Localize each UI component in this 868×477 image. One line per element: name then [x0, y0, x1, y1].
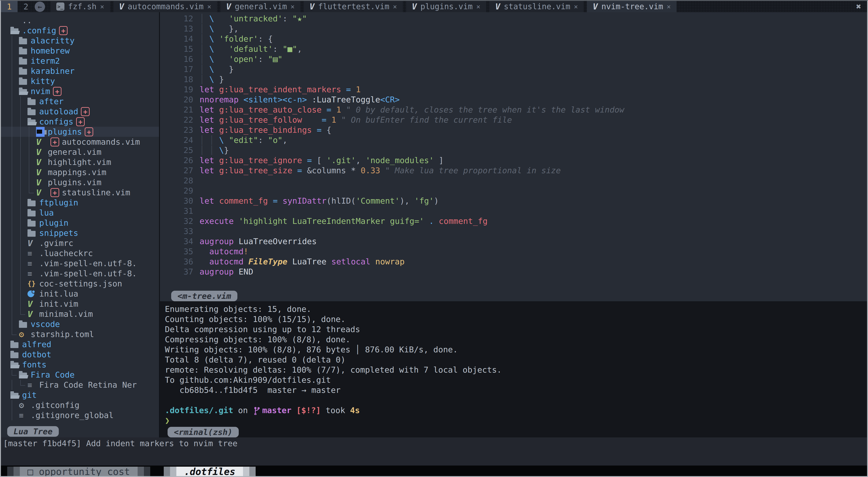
tree-item-plugins[interactable]: plugins+	[1, 127, 159, 137]
tree-item-icon-slot: ⚙	[19, 330, 31, 339]
tab-statusline.vim[interactable]: Vstatusline.vim×	[489, 1, 584, 12]
tree-item-vscode[interactable]: vscode	[1, 319, 159, 329]
tree-item-.gvimrc[interactable]: V.gvimrc	[1, 238, 159, 248]
tree-item-nvim[interactable]: nvim+	[1, 86, 159, 96]
tmux-window-2-indicator[interactable]: 2	[18, 1, 34, 12]
tree-item-after[interactable]: after	[1, 96, 159, 106]
tree-item-dotbot[interactable]: dotbot	[1, 349, 159, 360]
tab-general.vim[interactable]: Vgeneral.vim×	[220, 1, 301, 12]
tree-item-autocommands.vim[interactable]: V+autocommands.vim	[1, 137, 159, 147]
tab-autocommands.vim[interactable]: Vautocommands.vim×	[113, 1, 217, 12]
tree-item-Fira Code[interactable]: Fira Code	[1, 370, 159, 380]
tmux-window--dotfiles[interactable]: .dotfiles	[164, 467, 256, 477]
tree-item-icon-slot: ≡	[19, 411, 31, 420]
tree-item-homebrew[interactable]: homebrew	[1, 46, 159, 56]
tree-item-ftplugin[interactable]: ftplugin	[1, 198, 159, 208]
tree-item-.gitconfig[interactable]: ⚙.gitconfig	[1, 400, 159, 410]
tree-item-.config[interactable]: .config+	[1, 26, 159, 36]
editor-pane[interactable]: 12│ \ 'untracked': "★"13│ \ },14│ \ 'fol…	[160, 12, 867, 301]
tree-item-kitty[interactable]: kitty	[1, 76, 159, 86]
tree-item-init.lua[interactable]: init.lua	[1, 289, 159, 299]
tab-plugins.vim[interactable]: Vplugins.vim×	[406, 1, 486, 12]
tree-item-snippets[interactable]: snippets	[1, 228, 159, 238]
line-number: 36	[160, 257, 199, 267]
tree-item-minimal.vim[interactable]: Vminimal.vim	[1, 309, 159, 319]
terminal-pane[interactable]: Enumerating objects: 15, done.Counting o…	[160, 301, 867, 437]
indent-guide	[19, 299, 28, 309]
tree-item-general.vim[interactable]: Vgeneral.vim	[1, 147, 159, 157]
tree-item-plugins.vim[interactable]: Vplugins.vim	[1, 177, 159, 188]
tree-item-icon-slot	[28, 209, 39, 216]
vim-file-icon: V	[36, 137, 41, 147]
tree-item-autoload[interactable]: autoload+	[1, 106, 159, 116]
tree-item-statusline.vim[interactable]: V+statusline.vim	[1, 188, 159, 198]
close-tab-icon[interactable]: ×	[290, 3, 294, 10]
tree-item-Fira Code Retina Ner[interactable]: ≡Fira Code Retina Ner	[1, 380, 159, 390]
tree-item-.gitignore_global[interactable]: ≡.gitignore_global	[1, 410, 159, 420]
tree-item-lua[interactable]: lua	[1, 208, 159, 218]
tree-item-coc-settings.json[interactable]: {}coc-settings.json	[1, 278, 159, 289]
folder-icon	[10, 342, 19, 348]
back-arrow-icon[interactable]: ←	[35, 2, 45, 12]
tree-item-icon-slot: ≡	[28, 380, 39, 389]
close-tab-icon[interactable]: ×	[666, 3, 671, 10]
folder-open-icon	[10, 393, 19, 399]
close-tab-icon[interactable]: ×	[207, 3, 211, 10]
tab-nvim-tree.vim[interactable]: Vnvim-tree.vim×	[587, 1, 677, 12]
tree-item-git[interactable]: git	[1, 390, 159, 400]
tree-item-.luacheckrc[interactable]: ≡.luacheckrc	[1, 248, 159, 258]
gear-icon: ⚙	[19, 330, 24, 339]
tree-item-label: plugin	[39, 218, 68, 228]
tab-label: fzf.sh	[68, 2, 96, 11]
tree-item-starship.toml[interactable]: ⚙starship.toml	[1, 329, 159, 339]
tree-item-alfred[interactable]: alfred	[1, 339, 159, 349]
close-tab-icon[interactable]: ×	[393, 3, 397, 10]
tree-item-alacritty[interactable]: alacritty	[1, 36, 159, 46]
tree-item-mappings.vim[interactable]: Vmappings.vim	[1, 167, 159, 177]
folder-icon	[10, 352, 19, 358]
tab-fzf.sh[interactable]: >_fzf.sh×	[51, 1, 110, 12]
indent-guide	[10, 268, 19, 278]
tree-item-highlight.vim[interactable]: Vhighlight.vim	[1, 157, 159, 167]
code-tokens: nnoremap <silent><c-n> :LuaTreeToggle<CR…	[199, 95, 400, 105]
tree-item-label: after	[39, 97, 63, 106]
line-number: 35	[160, 247, 199, 257]
line-number: 23	[160, 125, 199, 135]
tree-item-plugin[interactable]: plugin	[1, 218, 159, 228]
indent-guide	[10, 319, 19, 329]
close-tab-icon[interactable]: ×	[476, 3, 480, 10]
tree-item-..[interactable]: ..	[1, 15, 159, 26]
code-line-29: 29	[160, 186, 867, 196]
tree-item-label: Fira Code	[31, 370, 74, 379]
code-line-16: 16│ \ 'open': "▤"	[160, 55, 867, 65]
tree-item-configs[interactable]: configs+	[1, 116, 159, 127]
code-line-15: 15│ \ 'default': "■",	[160, 44, 867, 55]
indent-guide	[10, 410, 19, 420]
tmux-window--opportunity_cost[interactable]: □ opportunity_cost	[7, 467, 150, 477]
tree-item-iterm2[interactable]: iterm2	[1, 56, 159, 66]
indent-guide	[10, 188, 19, 198]
folder-icon	[28, 231, 36, 237]
tree-item-icon-slot: V	[28, 299, 39, 309]
close-tab-icon[interactable]: ×	[574, 3, 578, 10]
tree-item-karabiner[interactable]: karabiner	[1, 66, 159, 76]
tree-item-icon-slot	[19, 371, 31, 378]
indent-guide	[10, 36, 19, 46]
code-tokens: augroup END	[199, 267, 253, 277]
tmux-window-1-indicator[interactable]: 1	[1, 1, 18, 12]
tree-item-.vim-spell-en.utf-8.[interactable]: ≡.vim-spell-en.utf-8.	[1, 258, 159, 268]
close-tab-icon[interactable]: ×	[100, 3, 104, 10]
close-all-icon[interactable]: ✖	[856, 1, 867, 12]
tree-item-.vim-spell-en.utf-8.[interactable]: ≡.vim-spell-en.utf-8.	[1, 268, 159, 278]
tree-item-init.vim[interactable]: Vinit.vim	[1, 299, 159, 309]
tree-item-icon-slot: V	[28, 309, 39, 319]
indent-guide	[10, 116, 19, 127]
folder-icon	[19, 48, 27, 55]
tree-item-fonts[interactable]: fonts	[1, 360, 159, 370]
tree-item-icon-slot	[10, 351, 22, 358]
indent-guide	[10, 96, 19, 106]
indent-guide	[10, 258, 19, 268]
tab-fluttertest.vim[interactable]: Vfluttertest.vim×	[304, 1, 403, 12]
indent-guide	[19, 116, 28, 127]
tab-label: fluttertest.vim	[318, 2, 389, 11]
